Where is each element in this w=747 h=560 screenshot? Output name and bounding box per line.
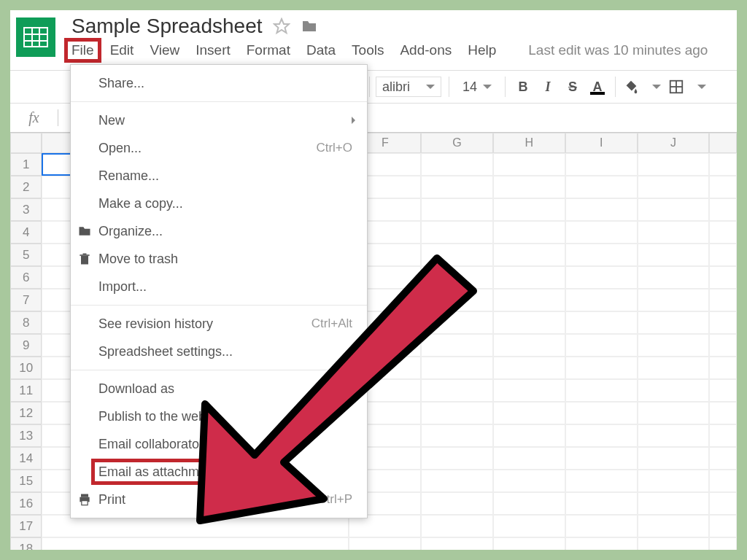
cell[interactable]: [638, 221, 710, 244]
cell[interactable]: [709, 153, 737, 176]
cell[interactable]: [421, 447, 493, 470]
row-header[interactable]: 2: [10, 176, 42, 198]
cell[interactable]: [493, 289, 565, 311]
cell[interactable]: [638, 357, 710, 379]
cell[interactable]: [421, 244, 493, 266]
cell[interactable]: [638, 311, 710, 334]
row-header[interactable]: 9: [10, 334, 42, 357]
file-menu-item[interactable]: Open...Ctrl+O: [71, 134, 367, 162]
cell[interactable]: [565, 424, 638, 447]
italic-button[interactable]: I: [538, 79, 558, 95]
fill-color-button[interactable]: [623, 79, 639, 95]
menu-format[interactable]: Format: [247, 42, 290, 58]
cell[interactable]: [638, 266, 710, 289]
cell[interactable]: [493, 424, 565, 447]
cell[interactable]: [421, 198, 493, 221]
cell[interactable]: [709, 424, 737, 447]
cell[interactable]: [493, 379, 565, 402]
cell[interactable]: [493, 198, 565, 221]
file-menu-item[interactable]: See revision historyCtrl+Alt: [71, 310, 367, 338]
cell[interactable]: [493, 266, 565, 289]
font-size-select[interactable]: 14: [457, 77, 498, 97]
cell[interactable]: [638, 447, 710, 470]
cell[interactable]: [709, 334, 737, 357]
row-header[interactable]: 10: [10, 357, 42, 379]
row-header[interactable]: 14: [10, 447, 42, 470]
cell[interactable]: [493, 447, 565, 470]
row-header[interactable]: 1: [10, 153, 42, 176]
star-icon[interactable]: [273, 18, 290, 35]
row-header[interactable]: 18: [10, 537, 42, 550]
file-menu-item[interactable]: PrintCtrl+P: [71, 486, 367, 513]
cell[interactable]: [638, 334, 710, 357]
cell[interactable]: [565, 447, 638, 470]
cell[interactable]: [493, 244, 565, 266]
font-select[interactable]: alibri: [376, 77, 441, 97]
cell[interactable]: [493, 537, 565, 550]
cell[interactable]: [565, 515, 638, 537]
file-menu-item[interactable]: Publish to the web...: [71, 402, 367, 430]
cell[interactable]: [421, 221, 493, 244]
cell[interactable]: [421, 492, 493, 515]
cell[interactable]: [638, 176, 710, 198]
cell[interactable]: [421, 289, 493, 311]
row-header[interactable]: 12: [10, 402, 42, 424]
cell[interactable]: [421, 537, 493, 550]
cell[interactable]: [638, 492, 710, 515]
doc-title[interactable]: Sample Spreadsheet: [71, 15, 263, 38]
cell[interactable]: [565, 266, 638, 289]
select-all-corner[interactable]: [10, 133, 42, 153]
file-menu-item[interactable]: New: [71, 106, 367, 134]
cell[interactable]: [709, 357, 737, 379]
cell[interactable]: [638, 244, 710, 266]
cell[interactable]: [493, 311, 565, 334]
column-header[interactable]: [709, 133, 737, 153]
cell[interactable]: [493, 221, 565, 244]
cell[interactable]: [493, 334, 565, 357]
file-menu-item[interactable]: Spreadsheet settings...: [71, 338, 367, 365]
column-header-J[interactable]: J: [638, 133, 710, 153]
file-menu-item[interactable]: Email collaborators...: [71, 430, 367, 458]
cell[interactable]: [565, 379, 638, 402]
cell[interactable]: [638, 470, 710, 492]
cell[interactable]: [709, 447, 737, 470]
cell[interactable]: [709, 266, 737, 289]
row-header[interactable]: 16: [10, 492, 42, 515]
cell[interactable]: [493, 402, 565, 424]
cell[interactable]: [709, 176, 737, 198]
cell[interactable]: [565, 221, 638, 244]
menu-data[interactable]: Data: [306, 42, 336, 58]
cell[interactable]: [565, 176, 638, 198]
row-header[interactable]: 11: [10, 379, 42, 402]
cell[interactable]: [421, 266, 493, 289]
cell[interactable]: [638, 424, 710, 447]
cell[interactable]: [421, 379, 493, 402]
file-menu-item[interactable]: Organize...: [71, 217, 367, 245]
sheets-logo[interactable]: [16, 18, 55, 57]
row-header[interactable]: 15: [10, 470, 42, 492]
cell[interactable]: [709, 470, 737, 492]
cell[interactable]: [709, 537, 737, 550]
file-menu-item[interactable]: Rename...: [71, 162, 367, 190]
row-header[interactable]: 13: [10, 424, 42, 447]
cell[interactable]: [709, 379, 737, 402]
file-menu-item[interactable]: Import...: [71, 273, 367, 300]
cell[interactable]: [493, 153, 565, 176]
row-header[interactable]: 17: [10, 515, 42, 537]
cell[interactable]: [565, 470, 638, 492]
cell[interactable]: [565, 537, 638, 550]
row-header[interactable]: 3: [10, 198, 42, 221]
cell[interactable]: [638, 537, 710, 550]
cell[interactable]: [493, 492, 565, 515]
menu-file[interactable]: File: [71, 42, 94, 58]
menu-tools[interactable]: Tools: [352, 42, 384, 58]
menu-edit[interactable]: Edit: [110, 42, 134, 58]
cell[interactable]: [709, 311, 737, 334]
cell[interactable]: [565, 311, 638, 334]
file-menu-item[interactable]: Make a copy...: [71, 190, 367, 217]
file-menu-item[interactable]: Share...: [71, 69, 367, 97]
cell[interactable]: [421, 402, 493, 424]
text-color-button[interactable]: A: [587, 79, 608, 95]
cell[interactable]: [421, 470, 493, 492]
cell[interactable]: [565, 153, 638, 176]
